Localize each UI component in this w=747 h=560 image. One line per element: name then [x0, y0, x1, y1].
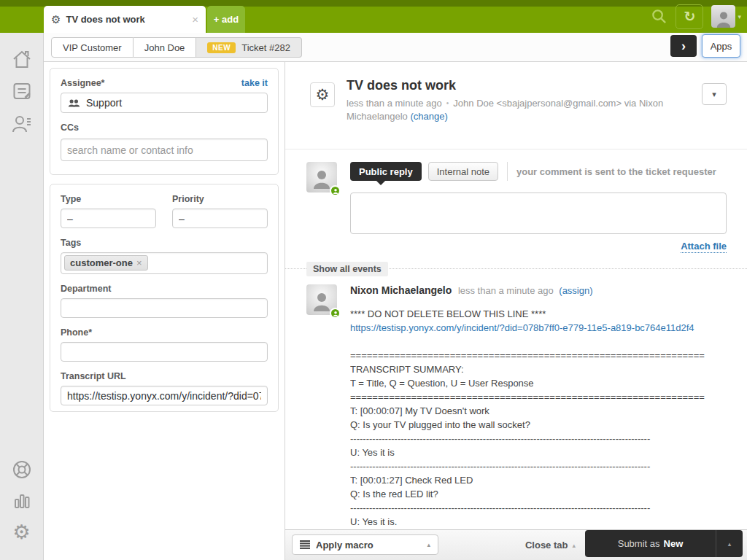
assignee-section: Assignee* take it Support CCs: [50, 68, 279, 175]
status-badge: NEW: [207, 42, 236, 53]
transcript-line: Q: Is your TV plugged into the wall sock…: [350, 418, 737, 432]
group-icon: [68, 98, 80, 108]
comment-warning-line: **** DO NOT DELETE BELOW THIS LINE ****: [350, 307, 737, 321]
transcript-url-label: Transcript URL: [61, 371, 268, 381]
ticket-main: ⚙ TV does not work less than a minute ag…: [285, 62, 747, 560]
incident-link[interactable]: https://testisp.yonyx.com/y/incident/?di…: [350, 322, 694, 333]
phone-label: Phone*: [61, 327, 268, 338]
transcript-line: Q: Is the red LED lit?: [350, 487, 737, 501]
ticket-gear-icon: ⚙: [51, 14, 61, 25]
type-select[interactable]: [61, 209, 156, 228]
search-icon[interactable]: [651, 8, 667, 25]
ticket-options-button[interactable]: ▾: [702, 83, 727, 105]
home-icon[interactable]: [12, 50, 32, 69]
tag-remove-icon[interactable]: ×: [136, 257, 142, 268]
comment-time: less than a minute ago: [458, 285, 554, 296]
ticket-time: less than a minute ago: [347, 98, 442, 109]
ticket-tab[interactable]: ⚙ TV does not work ×: [44, 6, 206, 33]
author-online-status-icon: [330, 308, 341, 319]
add-tab-button[interactable]: + add: [207, 6, 245, 33]
attach-file-link[interactable]: Attach file: [681, 241, 727, 253]
ticket-number: Ticket #282: [241, 42, 290, 53]
type-label: Type: [61, 194, 156, 204]
admin-gear-icon[interactable]: ⚙: [12, 523, 30, 542]
breadcrumb-vip-customer[interactable]: VIP Customer: [51, 37, 133, 58]
breadcrumb: VIP Customer John Doe NEW Ticket #282: [51, 37, 302, 58]
customers-icon[interactable]: [12, 114, 32, 133]
profile-caret-icon: ▾: [738, 13, 741, 20]
submit-button[interactable]: Submit as New ▴: [585, 530, 743, 557]
ccs-input[interactable]: [61, 139, 268, 161]
apply-macro-label: Apply macro: [316, 540, 374, 551]
assignee-select[interactable]: Support: [61, 93, 268, 113]
take-it-link[interactable]: take it: [241, 78, 268, 88]
ticket-meta: less than a minute ago•John Doe <sbajajp…: [347, 97, 705, 123]
assign-link[interactable]: (assign): [559, 285, 592, 296]
chevron-right-icon: ›: [681, 39, 686, 54]
collapse-apps-button[interactable]: ›: [670, 35, 697, 57]
nav-sidebar: ⚙: [0, 33, 44, 560]
phone-input[interactable]: [61, 342, 268, 362]
transcript-line: ----------------------------------------…: [350, 432, 737, 446]
submit-caret-icon: ▴: [728, 540, 732, 548]
online-status-icon: [330, 185, 341, 196]
assignee-value: Support: [86, 97, 122, 109]
transcript-line: ========================================…: [350, 349, 737, 362]
comment-body: **** DO NOT DELETE BELOW THIS LINE **** …: [350, 307, 737, 542]
breadcrumb-ticket[interactable]: NEW Ticket #282: [196, 37, 302, 58]
change-link[interactable]: (change): [410, 111, 447, 122]
caret-down-icon: ▾: [712, 90, 716, 99]
comment-header: Nixon Michaelangelo less than a minute a…: [350, 284, 593, 296]
macro-list-icon: [300, 540, 310, 549]
transcript-url-input[interactable]: [61, 386, 268, 405]
department-label: Department: [61, 284, 268, 294]
transcript-line: ----------------------------------------…: [350, 459, 737, 473]
tag-chip[interactable]: customer-one ×: [64, 255, 148, 271]
submit-caret-button[interactable]: ▴: [716, 530, 743, 557]
transcript-line: T = Title, Q = Question, U = User Respon…: [350, 376, 737, 390]
ticket-header: ⚙ TV does not work less than a minute ag…: [285, 62, 747, 149]
tags-input[interactable]: customer-one ×: [61, 252, 268, 274]
close-tab-label: Close tab: [525, 540, 568, 551]
transcript-line: U: Yes it is.: [350, 515, 737, 529]
ticket-properties-section: Type Priority Tags customer-one × Depart…: [50, 184, 279, 412]
comment-author: Nixon Michaelangelo: [350, 284, 452, 296]
ccs-label: CCs: [61, 122, 268, 133]
comment-author-avatar: [306, 284, 337, 315]
transcript-line: U: Yes it is: [350, 446, 737, 459]
tab-internal-note[interactable]: Internal note: [428, 162, 498, 181]
reply-textarea[interactable]: [350, 192, 727, 234]
submit-status: New: [664, 538, 684, 549]
submit-label-area[interactable]: Submit as New: [585, 530, 716, 557]
transcript-line: TRANSCRIPT SUMMARY:: [350, 362, 737, 376]
apply-macro-button[interactable]: Apply macro ▴: [292, 534, 438, 555]
blank-line: [350, 335, 737, 349]
tabs-divider: [507, 162, 508, 181]
topbar-actions: ↻ ▾: [651, 0, 741, 33]
profile-avatar: [711, 5, 735, 28]
ticket-type-gear-icon: ⚙: [310, 82, 335, 107]
help-icon[interactable]: [12, 459, 32, 480]
assignee-label: Assignee*: [61, 78, 104, 88]
tags-label: Tags: [61, 238, 268, 248]
profile-menu-button[interactable]: ▾: [711, 5, 741, 28]
transcript-line: T: [00:00:07] My TV Doesn't work: [350, 404, 737, 418]
department-input[interactable]: [61, 298, 268, 318]
tab-public-reply[interactable]: Public reply: [350, 162, 422, 181]
reply-hint-text: your comment is sent to the ticket reque…: [516, 166, 716, 177]
close-tab-button[interactable]: Close tab ▴: [525, 540, 576, 551]
apps-button[interactable]: Apps: [702, 34, 740, 58]
refresh-button[interactable]: ↻: [676, 4, 703, 29]
views-icon[interactable]: [12, 82, 31, 101]
breadcrumb-requester[interactable]: John Doe: [133, 37, 197, 58]
ticket-title: TV does not work: [347, 78, 456, 93]
ticket-footer-bar: Apply macro ▴ Close tab ▴ Submit as New …: [285, 529, 747, 560]
reports-icon[interactable]: [12, 492, 31, 510]
breadcrumb-row: VIP Customer John Doe NEW Ticket #282 › …: [44, 33, 747, 62]
tab-close-icon[interactable]: ×: [192, 13, 198, 26]
priority-select[interactable]: [172, 209, 268, 228]
close-tab-caret-icon: ▴: [572, 542, 576, 549]
submit-prefix: Submit as: [618, 538, 660, 549]
transcript-line: ----------------------------------------…: [350, 501, 737, 515]
show-all-events-button[interactable]: Show all events: [306, 262, 388, 276]
